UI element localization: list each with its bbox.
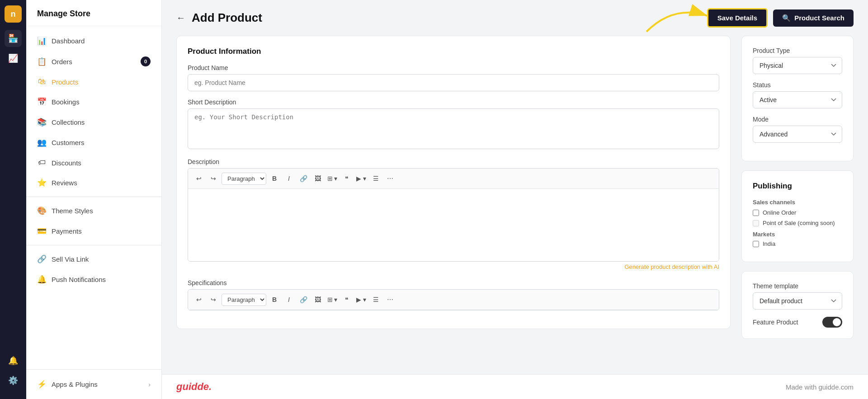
- publishing-card: Publishing Sales channels Online Order P…: [741, 170, 854, 262]
- specs-italic-btn[interactable]: I: [283, 293, 295, 306]
- products-icon: 🛍: [37, 77, 46, 86]
- status-select[interactable]: Active Draft Archived: [753, 91, 842, 108]
- product-type-group: Product Type Physical Digital Service: [753, 47, 842, 74]
- sales-channels-label: Sales channels: [753, 199, 842, 206]
- status-label: Status: [753, 81, 842, 89]
- short-desc-input[interactable]: [188, 108, 719, 149]
- left-panel: Product Information Product Name Short D…: [176, 36, 731, 360]
- specs-toolbar: ↩ ↪ Paragraph B I 🔗 🖼 ⊞ ▾ ❝ ▶ ▾: [188, 290, 719, 310]
- footer-tagline: Made with guidde.com: [786, 383, 854, 391]
- ai-generate-link[interactable]: Generate product description with AI: [188, 262, 719, 272]
- sidebar-item-orders[interactable]: 📋 Orders 0: [26, 51, 161, 72]
- sidebar-item-label: Apps & Plugins: [52, 380, 98, 388]
- apps-icon: ⚡: [37, 380, 46, 389]
- specifications-group: Specifications ↩ ↪ Paragraph B I 🔗 🖼: [188, 279, 719, 310]
- discounts-icon: 🏷: [37, 158, 46, 167]
- store-icon-btn[interactable]: 🏪: [5, 30, 22, 47]
- sidebar-item-sell-via-link[interactable]: 🔗 Sell Via Link: [26, 249, 161, 269]
- quote-btn[interactable]: ❝: [340, 172, 353, 185]
- sidebar-item-theme-styles[interactable]: 🎨 Theme Styles: [26, 201, 161, 221]
- theme-template-select[interactable]: Default product: [753, 292, 842, 310]
- sidebar-item-apps-plugins[interactable]: ⚡ Apps & Plugins ›: [26, 374, 161, 394]
- mode-label: Mode: [753, 116, 842, 123]
- specs-table-btn[interactable]: ⊞ ▾: [326, 293, 339, 306]
- product-type-select[interactable]: Physical Digital Service: [753, 57, 842, 74]
- specs-link-btn[interactable]: 🔗: [297, 293, 310, 306]
- description-body[interactable]: [188, 189, 719, 261]
- short-desc-group: Short Description: [188, 99, 719, 151]
- sidebar-item-dashboard[interactable]: 📊 Dashboard: [26, 31, 161, 51]
- footer-logo: guidde.: [176, 381, 212, 393]
- reviews-icon: ⭐: [37, 178, 46, 188]
- paragraph-select[interactable]: Paragraph Heading 1 Heading 2: [222, 173, 266, 185]
- specifications-label: Specifications: [188, 279, 719, 286]
- sidebar-item-label: Payments: [52, 227, 82, 235]
- specs-paragraph-select[interactable]: Paragraph: [222, 294, 266, 306]
- product-name-input[interactable]: [188, 74, 719, 91]
- image-btn[interactable]: 🖼: [311, 172, 324, 185]
- publishing-title: Publishing: [753, 182, 842, 191]
- sidebar-item-collections[interactable]: 📚 Collections: [26, 112, 161, 132]
- app-logo: n: [5, 5, 22, 23]
- online-order-checkbox-group: Online Order: [753, 209, 842, 216]
- payments-icon: 💳: [37, 226, 46, 236]
- theme-icon: 🎨: [37, 206, 46, 216]
- sidebar-nav: 📊 Dashboard 📋 Orders 0 🛍 Products 📅 Book…: [26, 26, 161, 369]
- product-type-card: Product Type Physical Digital Service St…: [741, 36, 854, 161]
- notification-icon: 🔔: [37, 275, 46, 284]
- specs-undo-btn[interactable]: ↩: [193, 293, 205, 306]
- sidebar-item-label: Customers: [52, 139, 85, 146]
- page-title: Add Product: [192, 11, 262, 25]
- sidebar-item-label: Bookings: [52, 98, 80, 106]
- orders-badge: 0: [141, 56, 151, 66]
- sidebar-item-payments[interactable]: 💳 Payments: [26, 221, 161, 241]
- list-btn[interactable]: ☰: [369, 172, 382, 185]
- specs-quote-btn[interactable]: ❝: [340, 293, 353, 306]
- sidebar-item-reviews[interactable]: ⭐ Reviews: [26, 173, 161, 193]
- specs-bold-btn[interactable]: B: [268, 293, 281, 306]
- collections-icon: 📚: [37, 117, 46, 127]
- product-name-group: Product Name: [188, 64, 719, 91]
- back-button[interactable]: ←: [176, 13, 185, 23]
- mode-group: Mode Advanced Simple: [753, 116, 842, 143]
- india-checkbox[interactable]: [753, 241, 759, 247]
- redo-btn[interactable]: ↪: [207, 172, 220, 185]
- italic-btn[interactable]: I: [283, 172, 295, 185]
- sidebar-item-products[interactable]: 🛍 Products: [26, 72, 161, 92]
- link-btn[interactable]: 🔗: [297, 172, 310, 185]
- status-group: Status Active Draft Archived: [753, 81, 842, 108]
- product-search-button[interactable]: 🔍 Product Search: [773, 9, 854, 27]
- sidebar-item-bookings[interactable]: 📅 Bookings: [26, 92, 161, 112]
- sidebar-item-label: Collections: [52, 118, 85, 126]
- specs-more-btn[interactable]: ⋯: [384, 293, 396, 306]
- embed-btn[interactable]: ▶ ▾: [355, 172, 368, 185]
- settings-icon-btn[interactable]: ⚙️: [5, 372, 22, 389]
- sidebar-item-customers[interactable]: 👥 Customers: [26, 132, 161, 153]
- orders-icon: 📋: [37, 57, 46, 66]
- specs-editor: ↩ ↪ Paragraph B I 🔗 🖼 ⊞ ▾ ❝ ▶ ▾: [188, 289, 719, 310]
- save-details-button[interactable]: Save Details: [707, 8, 768, 28]
- bold-btn[interactable]: B: [268, 172, 281, 185]
- product-info-card: Product Information Product Name Short D…: [176, 36, 731, 329]
- undo-btn[interactable]: ↩: [193, 172, 205, 185]
- chevron-right-icon: ›: [148, 381, 151, 388]
- mode-select[interactable]: Advanced Simple: [753, 126, 842, 143]
- sidebar-item-push-notifications[interactable]: 🔔 Push Notifications: [26, 269, 161, 290]
- table-btn[interactable]: ⊞ ▾: [326, 172, 339, 185]
- specs-embed-btn[interactable]: ▶ ▾: [355, 293, 368, 306]
- online-order-checkbox[interactable]: [753, 210, 759, 216]
- description-editor: ↩ ↪ Paragraph Heading 1 Heading 2 B I 🔗 …: [188, 168, 719, 262]
- sidebar-item-discounts[interactable]: 🏷 Discounts: [26, 153, 161, 173]
- specs-image-btn[interactable]: 🖼: [311, 293, 324, 306]
- short-desc-label: Short Description: [188, 99, 719, 106]
- specs-list-btn[interactable]: ☰: [369, 293, 382, 306]
- specs-redo-btn[interactable]: ↪: [207, 293, 220, 306]
- pos-checkbox[interactable]: [753, 220, 759, 226]
- product-name-label: Product Name: [188, 64, 719, 71]
- more-btn[interactable]: ⋯: [384, 172, 396, 185]
- analytics-icon-btn[interactable]: 📈: [5, 50, 22, 67]
- sidebar-footer: ⚡ Apps & Plugins ›: [26, 369, 161, 399]
- feature-product-toggle[interactable]: [822, 317, 842, 328]
- bell-icon-btn[interactable]: 🔔: [5, 352, 22, 369]
- sidebar-item-label: Dashboard: [52, 37, 85, 45]
